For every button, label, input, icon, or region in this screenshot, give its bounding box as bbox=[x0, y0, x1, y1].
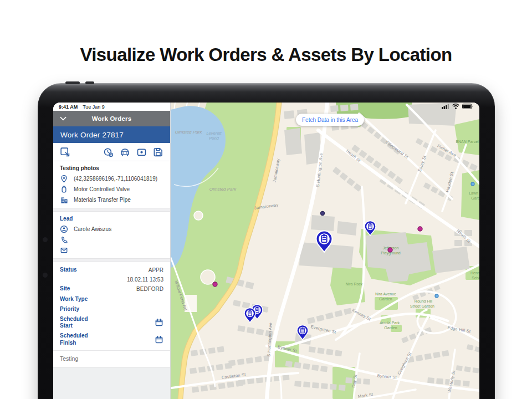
status-datetime: 18.02.11 13:53 bbox=[127, 277, 163, 283]
map-label-park: Garden bbox=[471, 196, 479, 200]
site-value: BEDFORD bbox=[136, 286, 163, 292]
asset-valve-icon bbox=[60, 185, 68, 193]
camera-lens bbox=[43, 237, 48, 242]
map-building bbox=[339, 385, 346, 391]
map-label-park: Arcola Park bbox=[380, 321, 400, 325]
location-pin-icon bbox=[60, 175, 68, 183]
map-building bbox=[227, 381, 234, 388]
map-label-park: Garden bbox=[379, 297, 392, 301]
chevron-down-icon[interactable] bbox=[59, 114, 68, 123]
lead-name: Carole Awiszus bbox=[74, 226, 111, 232]
map-label-park: Nira Avenue bbox=[375, 292, 396, 296]
panel-content: Testing photos (42,3258696196,-71,110604… bbox=[53, 161, 170, 399]
map-building bbox=[311, 365, 319, 371]
toolbar bbox=[53, 143, 170, 161]
map-building bbox=[237, 359, 244, 365]
camera-icon[interactable] bbox=[136, 147, 147, 157]
map-building bbox=[217, 346, 224, 353]
page-title: Visualize Work Orders & Assets By Locati… bbox=[0, 44, 532, 65]
save-icon[interactable] bbox=[153, 147, 163, 157]
slide: Visualize Work Orders & Assets By Locati… bbox=[0, 0, 532, 399]
map-building bbox=[320, 366, 328, 372]
map-building bbox=[330, 384, 337, 390]
map-building bbox=[432, 247, 470, 273]
location-row[interactable]: (42,3258696196,-71,1106041819) bbox=[60, 173, 163, 184]
map-asset-dot bbox=[321, 212, 325, 216]
map-building bbox=[208, 347, 216, 354]
status-time: 9:41 AM bbox=[59, 104, 78, 110]
battery-icon bbox=[462, 104, 473, 109]
map-view[interactable]: Olmsted ParkLeverettPondOlmsted ParkJama… bbox=[171, 103, 479, 399]
lead-section: Lead Carole Awiszus bbox=[53, 212, 170, 258]
map-building bbox=[363, 378, 370, 385]
map-label-park: Street Garden bbox=[410, 304, 434, 308]
map-building bbox=[463, 381, 470, 387]
map-building bbox=[433, 352, 441, 359]
panel-empty-area bbox=[53, 367, 170, 399]
asset-row[interactable]: Motor Controlled Valve bbox=[60, 184, 163, 195]
map-building bbox=[192, 386, 199, 393]
calendar-icon[interactable] bbox=[155, 335, 163, 344]
person-icon bbox=[60, 225, 68, 233]
section-divider bbox=[53, 258, 170, 262]
map-building bbox=[317, 347, 324, 354]
map-asset-dot bbox=[418, 227, 422, 231]
map-building bbox=[416, 355, 423, 361]
work-orders-header: Work Orders bbox=[53, 111, 170, 126]
time-tracking-icon[interactable] bbox=[103, 147, 114, 157]
map-building bbox=[255, 356, 262, 363]
map-label-park: Hennigan bbox=[470, 271, 479, 275]
work-type-row[interactable]: Work Type bbox=[53, 294, 170, 304]
nav-title: Work Orders bbox=[53, 115, 170, 122]
map-label-park: Round Hill bbox=[415, 299, 433, 303]
map-building bbox=[464, 366, 471, 372]
map-building bbox=[228, 360, 236, 366]
photos-section: Testing photos (42,3258696196,-71,110604… bbox=[53, 161, 170, 208]
map-building bbox=[311, 215, 335, 231]
tablet-frame: 9:41 AM Tue Jan 9 bbox=[38, 83, 495, 399]
map-canvas: Olmsted ParkLeverettPondOlmsted ParkJama… bbox=[171, 103, 479, 399]
map-label-area: Olmsted Park bbox=[175, 130, 202, 135]
section-divider bbox=[53, 208, 170, 212]
map-building bbox=[427, 377, 434, 383]
priority-row[interactable]: Priority bbox=[53, 304, 170, 314]
priority-label: Priority bbox=[60, 306, 79, 313]
work-order-title: Work Order 27817 bbox=[60, 131, 124, 139]
camera-lens bbox=[43, 273, 48, 278]
fetch-data-button[interactable]: Fetch Data in this Area bbox=[296, 114, 364, 126]
scheduled-finish-row: Scheduled Finish bbox=[53, 331, 170, 349]
map-label-park: School bbox=[472, 276, 479, 280]
map-asset-dot bbox=[471, 182, 474, 186]
site-row: Site BEDFORD bbox=[53, 284, 170, 294]
map-label-park: Nira Rock bbox=[346, 282, 363, 286]
select-area-icon[interactable] bbox=[60, 147, 70, 157]
work-order-panel: Work Orders Work Order 27817 bbox=[53, 103, 171, 399]
lead-person-row[interactable]: Carole Awiszus bbox=[60, 224, 163, 234]
map-building bbox=[456, 365, 463, 371]
scheduled-start-row: Scheduled Start bbox=[53, 314, 170, 331]
map-building bbox=[256, 377, 263, 383]
map-asset-dot bbox=[213, 282, 217, 287]
calendar-icon[interactable] bbox=[155, 318, 163, 327]
map-label-water: Pond bbox=[209, 136, 219, 141]
map-building bbox=[216, 364, 223, 371]
map-building bbox=[454, 380, 461, 386]
map-asset-dot bbox=[435, 294, 438, 298]
lead-title: Lead bbox=[60, 216, 163, 222]
work-order-title-bar[interactable]: Work Order 27817 bbox=[53, 126, 170, 143]
site-label: Site bbox=[60, 285, 70, 293]
phone-icon[interactable] bbox=[60, 236, 68, 244]
map-building bbox=[321, 383, 328, 389]
map-asset-dot bbox=[388, 248, 392, 252]
map-building bbox=[309, 346, 316, 353]
status-bar: 9:41 AM Tue Jan 9 bbox=[53, 103, 479, 111]
status-datetime-row: 18.02.11 13:53 bbox=[53, 275, 170, 284]
volume-down-button bbox=[85, 81, 94, 84]
email-icon[interactable] bbox=[60, 246, 68, 254]
map-building bbox=[190, 367, 197, 374]
map-building bbox=[472, 367, 479, 373]
asset-row[interactable]: Materials Transfer Pipe bbox=[60, 195, 163, 205]
coordinates-value: (42,3258696196,-71,1106041819) bbox=[74, 176, 157, 182]
map-building bbox=[201, 385, 208, 392]
vehicle-icon[interactable] bbox=[120, 147, 130, 157]
